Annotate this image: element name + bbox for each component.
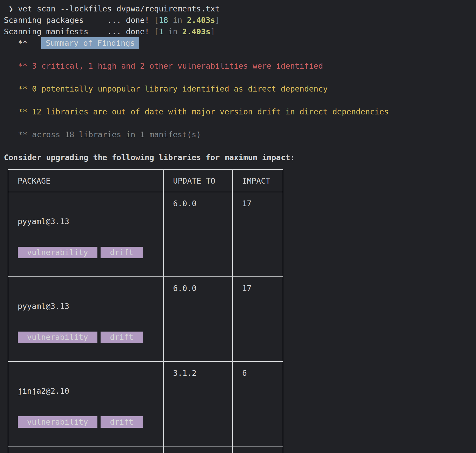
package-name: pyyaml@3.13	[18, 217, 163, 226]
table-header-row: PACKAGE UPDATE TO IMPACT	[8, 170, 283, 192]
package-tags: vulnerabilitydrift	[18, 332, 163, 343]
terminal: ❯ vet scan --lockfiles dvpwa/requirement…	[0, 0, 476, 453]
drift-badge: drift	[101, 332, 143, 343]
command-text: vet scan --lockfiles dvpwa/requirements.…	[18, 4, 220, 13]
bracket-close: ]	[215, 16, 220, 25]
summary-title: Summary of Findings	[41, 37, 139, 49]
blank-line	[4, 118, 476, 129]
scan-manifests-status: ... done!	[107, 27, 149, 36]
package-tags: vulnerabilitydrift	[18, 247, 163, 258]
scan-packages-count: 18	[159, 16, 168, 25]
impact-cell: 2	[233, 446, 283, 453]
table-row: trafaret@1.2.0 drift 2.1.1 2	[8, 446, 283, 453]
scan-manifests-sep: in	[168, 27, 177, 36]
summary-across-text: across 18 libraries in 1 manifest(s)	[32, 130, 201, 139]
package-name: jinja2@2.10	[18, 387, 163, 396]
scan-line-packages: Scanning packages... done! [18 in 2.403s…	[4, 15, 476, 26]
scan-manifests-time: 2.403s	[182, 27, 210, 36]
update-to-cell: 6.0.0	[163, 277, 233, 361]
scan-line-manifests: Scanning manifests... done! [1 in 2.403s…	[4, 26, 476, 37]
bracket-open: [	[154, 16, 159, 25]
package-cell: pyyaml@3.13 vulnerabilitydrift	[8, 192, 163, 277]
summary-unpopular-line: ** 0 potentially unpopular library ident…	[4, 83, 476, 95]
summary-drift-text: 12 libraries are out of date with major …	[32, 107, 389, 116]
blank-line	[4, 95, 476, 106]
scan-manifests-label: Scanning manifests	[4, 26, 107, 37]
impact-cell: 17	[233, 277, 283, 361]
scan-manifests-count: 1	[159, 27, 163, 36]
summary-across-line: ** across 18 libraries in 1 manifest(s)	[4, 129, 476, 140]
column-header-update-to: UPDATE TO	[163, 170, 233, 192]
table-row: jinja2@2.10 vulnerabilitydrift 3.1.2 6	[8, 361, 283, 446]
summary-drift-line: ** 12 libraries are out of date with maj…	[4, 106, 476, 118]
upgrade-table: PACKAGE UPDATE TO IMPACT pyyaml@3.13 vul…	[8, 169, 283, 453]
impact-cell: 17	[233, 192, 283, 277]
bracket-close: ]	[210, 27, 215, 36]
summary-marker: **	[18, 84, 27, 93]
table-row: pyyaml@3.13 vulnerabilitydrift 6.0.0 17	[8, 192, 283, 277]
update-to-cell: 2.1.1	[163, 446, 233, 453]
package-tags: vulnerabilitydrift	[18, 416, 163, 428]
summary-vulnerabilities-text: 3 critical, 1 high and 2 other vulnerabi…	[32, 61, 323, 70]
package-cell: jinja2@2.10 vulnerabilitydrift	[8, 361, 163, 446]
prompt-icon: ❯	[9, 4, 13, 13]
consider-upgrading-line: Consider upgrading the following librari…	[4, 152, 476, 163]
vulnerability-badge: vulnerability	[18, 332, 97, 343]
column-header-package: PACKAGE	[8, 170, 163, 192]
drift-badge: drift	[101, 247, 143, 258]
blank-line	[4, 72, 476, 83]
summary-marker: **	[18, 130, 27, 139]
package-cell: pyyaml@3.13 vulnerabilitydrift	[8, 277, 163, 361]
scan-packages-status: ... done!	[107, 16, 149, 25]
package-name: pyyaml@3.13	[18, 302, 163, 311]
summary-title-line: ** Summary of Findings	[4, 37, 476, 49]
package-cell: trafaret@1.2.0 drift	[8, 446, 163, 453]
table-row: pyyaml@3.13 vulnerabilitydrift 6.0.0 17	[8, 277, 283, 361]
vulnerability-badge: vulnerability	[18, 416, 97, 428]
summary-marker: **	[18, 38, 27, 48]
update-to-cell: 3.1.2	[163, 361, 233, 446]
bracket-open: [	[154, 27, 159, 36]
summary-unpopular-text: 0 potentially unpopular library identifi…	[32, 84, 328, 93]
impact-cell: 6	[233, 361, 283, 446]
summary-marker: **	[18, 61, 27, 70]
column-header-impact: IMPACT	[233, 170, 283, 192]
update-to-cell: 6.0.0	[163, 192, 233, 277]
scan-packages-label: Scanning packages	[4, 15, 107, 26]
summary-marker: **	[18, 107, 27, 116]
command-line: ❯ vet scan --lockfiles dvpwa/requirement…	[4, 3, 476, 15]
vulnerability-badge: vulnerability	[18, 247, 97, 258]
scan-packages-sep: in	[173, 16, 182, 25]
summary-vulnerabilities-line: ** 3 critical, 1 high and 2 other vulner…	[4, 60, 476, 72]
scan-packages-time: 2.403s	[187, 16, 215, 25]
drift-badge: drift	[101, 416, 143, 428]
blank-line	[4, 49, 476, 60]
blank-line	[4, 140, 476, 152]
